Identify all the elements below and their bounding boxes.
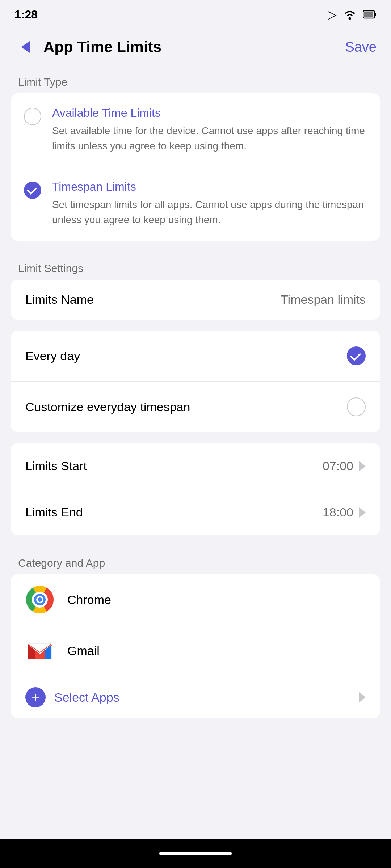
nav-bar bbox=[0, 839, 391, 868]
limits-end-row[interactable]: Limits End 18:00 bbox=[11, 489, 380, 535]
every-day-check[interactable] bbox=[347, 346, 366, 365]
chrome-app-icon bbox=[25, 585, 54, 614]
chrome-icon bbox=[25, 585, 54, 614]
gmail-app-icon bbox=[25, 636, 54, 665]
chrome-app-row[interactable]: Chrome bbox=[11, 574, 380, 625]
available-time-limits-option[interactable]: Available Time Limits Set available time… bbox=[11, 93, 380, 167]
timespan-desc: Set timespan limits for all apps. Cannot… bbox=[52, 197, 367, 227]
timespan-limits-option[interactable]: Timespan Limits Set timespan limits for … bbox=[11, 167, 380, 241]
every-day-option[interactable]: Every day bbox=[11, 331, 380, 382]
bottom-spacer bbox=[0, 729, 391, 765]
every-day-label: Every day bbox=[25, 349, 80, 363]
customize-timespan-check[interactable] bbox=[347, 397, 366, 416]
page-title: App Time Limits bbox=[43, 38, 345, 56]
limits-name-value: Timespan limits bbox=[281, 293, 366, 307]
available-time-title: Available Time Limits bbox=[52, 106, 367, 120]
wifi-icon bbox=[342, 9, 357, 20]
select-apps-label: Select Apps bbox=[54, 690, 119, 705]
limits-start-value-group: 07:00 bbox=[323, 459, 366, 473]
select-apps-plus-icon: + bbox=[25, 687, 46, 707]
back-arrow-icon bbox=[21, 41, 30, 53]
limits-start-value: 07:00 bbox=[323, 459, 353, 473]
plus-symbol: + bbox=[31, 690, 39, 704]
play-icon: ▷ bbox=[328, 8, 337, 21]
save-button[interactable]: Save bbox=[345, 39, 377, 55]
available-time-desc: Set available time for the device. Canno… bbox=[52, 123, 367, 154]
limits-name-card: Limits Name Timespan limits bbox=[11, 280, 380, 320]
customize-timespan-option[interactable]: Customize everyday timespan bbox=[11, 382, 380, 432]
gmail-app-row[interactable]: Gmail bbox=[11, 625, 380, 676]
timespan-title: Timespan Limits bbox=[52, 180, 367, 193]
customize-timespan-label: Customize everyday timespan bbox=[25, 400, 190, 414]
status-bar: 1:28 ▷ bbox=[0, 0, 391, 29]
gmail-icon bbox=[25, 636, 54, 665]
header: App Time Limits Save bbox=[0, 29, 391, 65]
limits-name-label: Limits Name bbox=[25, 293, 94, 307]
time-card: Limits Start 07:00 Limits End 18:00 bbox=[11, 443, 380, 535]
limit-settings-section-label: Limit Settings bbox=[0, 251, 391, 280]
gmail-app-name: Gmail bbox=[67, 644, 100, 658]
timespan-content: Timespan Limits Set timespan limits for … bbox=[52, 180, 367, 227]
available-time-radio[interactable] bbox=[24, 108, 41, 125]
status-time: 1:28 bbox=[14, 8, 38, 21]
select-apps-chevron-icon bbox=[359, 692, 366, 702]
select-apps-left: + Select Apps bbox=[25, 687, 119, 707]
status-icons: ▷ bbox=[328, 8, 377, 21]
timespan-radio[interactable] bbox=[24, 182, 41, 199]
back-button[interactable] bbox=[14, 36, 36, 58]
schedule-card: Every day Customize everyday timespan bbox=[11, 331, 380, 432]
available-time-content: Available Time Limits Set available time… bbox=[52, 106, 367, 154]
svg-rect-2 bbox=[375, 13, 376, 16]
category-app-section-label: Category and App bbox=[0, 546, 391, 574]
select-apps-row[interactable]: + Select Apps bbox=[11, 676, 380, 718]
limits-name-row[interactable]: Limits Name Timespan limits bbox=[11, 280, 380, 320]
limits-end-label: Limits End bbox=[25, 505, 83, 519]
limits-end-value: 18:00 bbox=[323, 505, 353, 519]
svg-point-0 bbox=[349, 17, 351, 20]
limits-end-value-group: 18:00 bbox=[323, 505, 366, 519]
limits-start-chevron-icon bbox=[359, 461, 366, 471]
chrome-app-name: Chrome bbox=[67, 593, 111, 607]
battery-icon bbox=[363, 9, 377, 20]
limits-end-chevron-icon bbox=[359, 507, 366, 518]
apps-card: Chrome Gmail bbox=[11, 574, 380, 718]
nav-home-indicator[interactable] bbox=[159, 852, 232, 855]
limits-start-label: Limits Start bbox=[25, 459, 87, 473]
limits-start-row[interactable]: Limits Start 07:00 bbox=[11, 443, 380, 489]
limit-type-section-label: Limit Type bbox=[0, 65, 391, 93]
svg-point-8 bbox=[38, 597, 42, 602]
svg-rect-3 bbox=[364, 12, 373, 17]
limit-type-card: Available Time Limits Set available time… bbox=[11, 93, 380, 241]
